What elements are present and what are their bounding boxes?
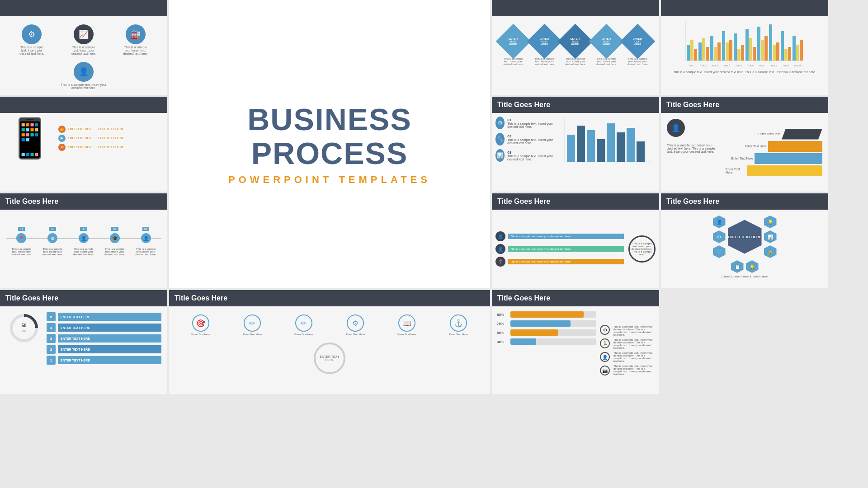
pyramid-left: 👤 This is a sample text. Insert your des…	[667, 119, 721, 186]
slide4-body: 📱 👍 EDIT TEXT HERE EDIT TEXT HERE ▶ EDIT…	[0, 113, 167, 192]
slide12-body: 85% 70% 55%	[492, 306, 659, 394]
svg-rect-31	[800, 40, 803, 61]
svg-rect-4	[694, 49, 697, 61]
svg-rect-25	[776, 42, 779, 61]
slide10-body: 50 ml 5 ENTER TEXT HERE 4 ENTER TEXT HER…	[0, 306, 167, 394]
icon-item-3: ✏ Enter Text Here	[294, 314, 313, 336]
icon-item-5: 📖 Enter Text Here	[397, 314, 416, 336]
slide2-body: ENTERTEXTHERE This is a sampletext. Inse…	[492, 16, 659, 95]
slide3-caption: This is a sample text. Insert your desir…	[665, 70, 825, 75]
timeline-nodes: 📍 ⚙ 👤 🎓 👤	[6, 233, 161, 243]
progress-bg-1	[510, 311, 596, 318]
hex-cluster: 👤 ⚙ 🛒 ENTER TEXT HERE 💡 📊 🔒	[713, 216, 777, 258]
arrow-icon: ▶	[58, 135, 66, 142]
list-row-2: 🔧 02 This is a sample text. Insert your …	[495, 133, 559, 145]
svg-text:Year 8: Year 8	[771, 64, 777, 67]
slide5-body: ⚙ 01 This is a sample text. Insert your …	[492, 113, 659, 192]
prog-text-3: This is a sample text. Insert your desir…	[613, 352, 654, 362]
diamond-2: ENTERTEXTHERE This is a sampletext. Inse…	[532, 29, 557, 66]
icon-group-3: 🏭 This is a sampletext. Insert yourdesir…	[123, 24, 148, 55]
slide-barchart: Year 1 Year 2 Year 3 Year 4 Year 5 Year …	[661, 0, 828, 95]
phone-list: 👍 EDIT TEXT HERE EDIT TEXT HERE ▶ EDIT T…	[58, 119, 161, 157]
colorbar-text-1: This is a sample text. Insert your desir…	[508, 234, 624, 239]
list-text-2: This is a sample text. Insert your desir…	[507, 138, 559, 145]
slide-pyramid: Title Goes Here 👤 This is a sample text.…	[661, 97, 828, 192]
slide2-header	[492, 0, 659, 16]
svg-text:Year 9: Year 9	[783, 64, 789, 67]
svg-rect-6	[702, 38, 705, 61]
diamond-4: ENTERTEXTHERE This is a sampletext. Inse…	[594, 29, 619, 66]
icon-4: 👤	[74, 62, 94, 82]
icon-item-label-3: Enter Text Here	[294, 333, 313, 336]
icon-group-2: 📈 This is a sampletext. Insert yourdesir…	[71, 24, 96, 55]
phone-item-2: ▶ EDIT TEXT HERE EDIT TEXT HERE	[58, 135, 161, 142]
progress-label-2: 70%	[497, 322, 508, 326]
prog-icon-3: 👤	[600, 352, 610, 362]
node-3: 👤	[79, 233, 89, 243]
pyramid-block-3	[755, 153, 822, 164]
hex-col-1: 👤 ⚙ 🛒	[713, 216, 726, 258]
svg-text:50: 50	[21, 323, 27, 328]
phone-item-3: ⚙ EDIT TEXT HERE EDIT TEXT HERE	[58, 144, 161, 151]
edit-text-1: EDIT TEXT HERE	[68, 127, 94, 131]
step-5: 5 ENTER TEXT HERE	[47, 312, 161, 321]
step-2: 2 ENTER TEXT HERE	[47, 345, 161, 354]
progress-fill-2	[510, 320, 571, 327]
step-num-4: 4	[47, 323, 56, 332]
circle-info: This is a sample text. Insert your desir…	[628, 235, 656, 263]
hex-8: 🔔	[746, 260, 759, 273]
svg-rect-7	[706, 47, 709, 61]
icon-group-1: ⚙ This is a sampletext. Insert yourdesir…	[19, 24, 44, 55]
slide1-header	[0, 0, 167, 16]
step-num-5: 5	[47, 312, 56, 321]
diamonds-row: ENTERTEXTHERE This is a sampletext. Inse…	[495, 20, 656, 68]
center-slide: BUSINESS PROCESS POWERPOINT TEMPLATES	[169, 0, 490, 288]
pyramid-row-4: Enter Text Here	[726, 165, 822, 176]
center-title: BUSINESS PROCESS	[169, 103, 490, 170]
svg-rect-19	[753, 47, 756, 61]
progress-label-3: 55%	[497, 331, 508, 335]
gauge-steps: 5 ENTER TEXT HERE 4 ENTER TEXT HERE 3 EN…	[47, 312, 161, 366]
node-1: 📍	[16, 233, 26, 243]
slide5-title: Title Goes Here	[497, 101, 550, 109]
svg-rect-29	[793, 36, 796, 61]
slide-progress: Title Goes Here 85% 70% 55%	[492, 290, 659, 394]
step-bar-3: ENTER TEXT HERE	[58, 334, 161, 343]
slide4-header	[0, 97, 167, 113]
pyramid-block-1	[782, 129, 822, 140]
timeline-labels: 01 02 03 04 06	[6, 227, 161, 231]
slide9-title: Title Goes Here	[666, 197, 719, 206]
hex-2: ⚙	[713, 230, 726, 243]
svg-rect-14	[734, 33, 737, 61]
slide-diamonds: ENTERTEXTHERE This is a sampletext. Inse…	[492, 0, 659, 95]
gear-icon-sm: ⚙	[58, 144, 66, 151]
icon-item-label-5: Enter Text Here	[397, 333, 416, 336]
progress-row-3: 55%	[497, 329, 596, 336]
progress-bg-2	[510, 320, 596, 327]
icon-item-6: ⚓ Enter Text Here	[449, 314, 468, 336]
icon-item-label-2: Enter Text Here	[243, 333, 262, 336]
svg-rect-48	[607, 123, 615, 162]
barchart-container: Year 1 Year 2 Year 3 Year 4 Year 5 Year …	[665, 20, 825, 70]
slide6-header: Title Goes Here	[661, 97, 828, 113]
phone-content: 📱 👍 EDIT TEXT HERE EDIT TEXT HERE ▶ EDIT…	[4, 117, 164, 160]
svg-rect-44	[567, 135, 575, 162]
icon-sm-5: 📖	[398, 314, 415, 332]
timeline-row: 📍 ⚙ 👤 🎓 👤	[6, 233, 161, 243]
pyramid-desc: This is a sample text. Insert your desir…	[667, 144, 721, 153]
hex-labels-row: 1. label 2. label 3. label 4. label 5. l…	[721, 275, 768, 278]
edit-text-6: EDIT TEXT HERE	[98, 145, 124, 149]
svg-rect-10	[717, 42, 721, 61]
svg-rect-12	[726, 42, 729, 61]
slide12-title: Title Goes Here	[497, 294, 550, 302]
slide10-title: Title Goes Here	[5, 294, 58, 302]
slide-timeline: Title Goes Here 01 02 03 04 06 📍 ⚙ 👤 🎓 👤	[0, 193, 167, 288]
progress-bars-list: 85% 70% 55%	[497, 311, 596, 389]
icon-label-1: This is a sampletext. Insert yourdesired…	[19, 46, 44, 55]
svg-text:Year 6: Year 6	[747, 64, 754, 67]
svg-rect-30	[796, 45, 799, 61]
icon-group-4: 👤 This is a sample text. Insert yourdesi…	[61, 62, 107, 89]
slide-hex: Title Goes Here 👤 ⚙ 🛒 ENTER TEXT HERE 💡 …	[661, 193, 828, 288]
slide10-header: Title Goes Here	[0, 290, 167, 306]
pyramid-row-3: Enter Text Here	[731, 153, 822, 164]
